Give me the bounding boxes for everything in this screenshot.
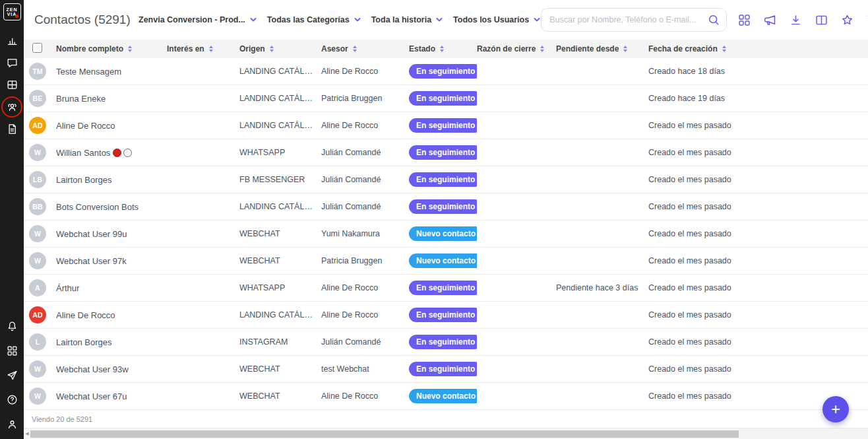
column-header[interactable]: Nombre completo bbox=[56, 44, 167, 53]
page-title: Contactos (5291) bbox=[34, 13, 139, 27]
contacts-table-body: TM Teste Mensagem LANDING CATÁLOG... Ali… bbox=[24, 58, 868, 410]
columns-button[interactable] bbox=[813, 11, 830, 28]
origin-cell: WHATSAPP bbox=[239, 283, 321, 292]
search-input[interactable] bbox=[549, 15, 703, 24]
column-header[interactable]: Interés en bbox=[167, 44, 239, 53]
table-row[interactable]: W Webchat User 93w WEBCHAT test Webchat … bbox=[24, 356, 868, 383]
table-row[interactable]: W Webchat User 67u WEBCHAT Aline De Rocc… bbox=[24, 383, 868, 410]
contact-name: Webchat User 67u bbox=[56, 391, 127, 401]
sidebar-item-contacts[interactable] bbox=[2, 97, 22, 117]
favorites-button[interactable] bbox=[838, 11, 855, 28]
table-row[interactable]: LB Lairton Borges FB MESSENGER Julián Co… bbox=[24, 166, 868, 193]
table-header: Nombre completoInterés enOrigenAsesorEst… bbox=[24, 40, 868, 58]
search-icon[interactable] bbox=[707, 13, 720, 26]
sidebar-item-notifications[interactable] bbox=[2, 317, 22, 337]
scrollbar-thumb[interactable] bbox=[30, 430, 739, 438]
zenvia-logo[interactable]: zen via bbox=[3, 3, 21, 20]
table-row[interactable]: W Webchat User 99u WEBCHAT Yumi Nakamura… bbox=[24, 220, 868, 248]
logo-dot bbox=[15, 15, 18, 18]
table-row[interactable]: AD Aline De Rocco LANDING CATÁLOG... Ali… bbox=[24, 112, 868, 139]
status-badge: En seguimiento bbox=[409, 362, 477, 376]
sort-icon[interactable] bbox=[270, 46, 274, 52]
status-badge: En seguimiento bbox=[409, 172, 477, 187]
table-row[interactable]: BB Bots Conversion Bots LANDING CATÁLOG.… bbox=[24, 193, 868, 220]
column-header[interactable]: Estado bbox=[409, 44, 477, 53]
column-header[interactable]: Pendiente desde bbox=[556, 44, 648, 53]
sort-icon[interactable] bbox=[209, 46, 213, 52]
status-cell: En seguimiento bbox=[409, 64, 477, 79]
sort-icon[interactable] bbox=[722, 46, 726, 52]
megaphone-icon bbox=[763, 13, 777, 27]
sidebar-item-profile[interactable] bbox=[2, 415, 22, 434]
avatar: W bbox=[29, 360, 46, 378]
advisor-cell: Julián Comandé bbox=[321, 337, 409, 347]
horizontal-scrollbar[interactable]: ◀ bbox=[24, 428, 868, 439]
status-badge: En seguimiento bbox=[409, 64, 477, 79]
advisor-cell: Patricia Bruggen bbox=[321, 256, 409, 265]
column-header[interactable]: Razón de cierre bbox=[477, 44, 556, 53]
label-dot bbox=[113, 149, 121, 157]
filter-history-dropdown[interactable]: Toda la historia bbox=[371, 15, 443, 24]
table-row[interactable]: TM Teste Mensagem LANDING CATÁLOG... Ali… bbox=[24, 58, 868, 85]
sort-icon[interactable] bbox=[128, 46, 132, 52]
name-cell: Webchat User 93w bbox=[56, 364, 167, 374]
filter-users-dropdown[interactable]: Todos los Usuarios bbox=[453, 15, 541, 24]
select-all-checkbox[interactable] bbox=[32, 43, 42, 53]
column-header[interactable]: Fecha de creación bbox=[648, 44, 868, 53]
created-cell: Creado el mes pasado bbox=[648, 310, 868, 320]
name-cell: Webchat User 67u bbox=[56, 391, 167, 401]
sidebar-item-boards[interactable] bbox=[2, 75, 22, 95]
table-row[interactable]: W Webchat User 97k WEBCHAT Patricia Brug… bbox=[24, 248, 868, 275]
table-row[interactable]: W Willian Santos WHATSAPP Julián Comandé… bbox=[24, 139, 868, 166]
sort-icon[interactable] bbox=[540, 46, 544, 52]
sidebar-item-documents[interactable] bbox=[2, 119, 22, 139]
status-badge: En seguimiento bbox=[409, 308, 477, 322]
add-contact-button[interactable]: + bbox=[822, 396, 849, 422]
origin-cell: LANDING CATÁLOG... bbox=[239, 94, 321, 103]
avatar-cell: L bbox=[24, 333, 56, 351]
label-dots bbox=[113, 149, 132, 157]
sidebar-item-analytics[interactable] bbox=[2, 31, 22, 51]
filter-button[interactable] bbox=[864, 11, 868, 28]
filter-categories-dropdown[interactable]: Todas las Categorías bbox=[267, 15, 361, 24]
bell-icon bbox=[6, 320, 18, 333]
sidebar-item-apps[interactable] bbox=[2, 341, 22, 361]
table-row[interactable]: A Árthur WHATSAPP Aline De Rocco En segu… bbox=[24, 275, 868, 302]
advisor-cell: Yumi Nakamura bbox=[321, 229, 409, 238]
filter-account-dropdown[interactable]: Zenvia Conversion - Prod... bbox=[139, 15, 257, 24]
grid-icon bbox=[737, 13, 751, 27]
sort-icon[interactable] bbox=[353, 46, 357, 52]
grid-view-button[interactable] bbox=[735, 11, 753, 28]
contact-name: Aline De Rocco bbox=[56, 121, 115, 131]
contact-name: Bruna Eneke bbox=[56, 94, 106, 104]
avatar-cell: BB bbox=[24, 198, 56, 215]
sidebar-item-chats[interactable] bbox=[2, 53, 22, 73]
status-badge: Nuevo contacto bbox=[409, 389, 477, 403]
column-header[interactable]: Asesor bbox=[321, 44, 409, 53]
advisor-cell: Patricia Bruggen bbox=[321, 94, 409, 103]
status-cell: En seguimiento bbox=[409, 145, 477, 160]
table-row[interactable]: AD Aline De Rocco LANDING CATÁLOG... Ali… bbox=[24, 302, 868, 329]
status-cell: En seguimiento bbox=[409, 281, 477, 295]
status-cell: En seguimiento bbox=[409, 199, 477, 214]
chat-icon bbox=[6, 57, 18, 69]
sort-icon[interactable] bbox=[440, 46, 444, 52]
avatar-cell: W bbox=[24, 388, 56, 405]
contact-name: Lairton Borges bbox=[56, 337, 112, 347]
table-row[interactable]: L Lairton Borges INSTAGRAM Julián Comand… bbox=[24, 329, 868, 356]
sidebar-item-send[interactable] bbox=[2, 366, 22, 386]
download-button[interactable] bbox=[787, 11, 804, 28]
sidebar-item-help[interactable] bbox=[2, 390, 22, 410]
created-cell: Creado el mes pasado bbox=[648, 148, 868, 157]
created-cell: Creado el mes pasado bbox=[648, 283, 868, 292]
avatar: L bbox=[29, 333, 46, 351]
advisor-cell: Julián Comandé bbox=[321, 175, 409, 184]
created-cell: Creado hace 19 días bbox=[648, 94, 868, 103]
logo-text-top: zen bbox=[7, 7, 18, 13]
scroll-left-arrow[interactable]: ◀ bbox=[24, 430, 30, 438]
campaigns-button[interactable] bbox=[761, 11, 778, 28]
table-row[interactable]: BE Bruna Eneke LANDING CATÁLOG... Patric… bbox=[24, 85, 868, 112]
column-header[interactable]: Origen bbox=[239, 44, 321, 53]
avatar-cell: W bbox=[24, 360, 56, 378]
sort-icon[interactable] bbox=[623, 46, 627, 52]
